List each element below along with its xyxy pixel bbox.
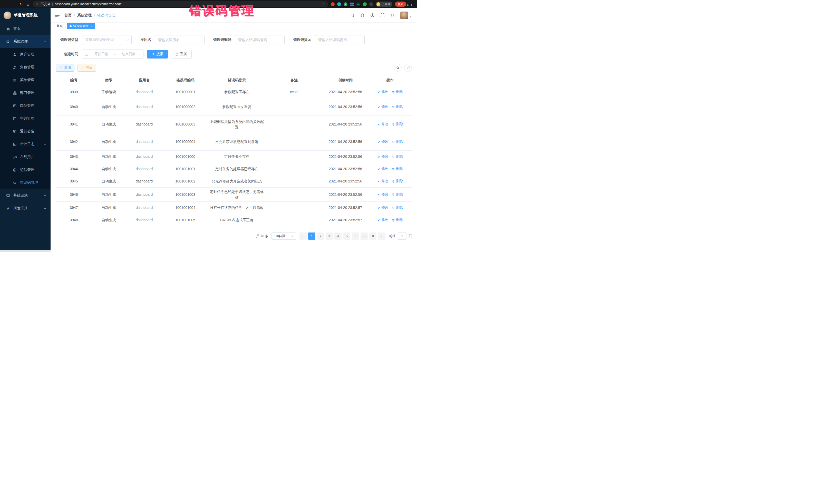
edit-link[interactable]: 修改 <box>377 154 388 159</box>
user-avatar[interactable] <box>400 12 408 19</box>
cell <box>266 168 323 171</box>
edit-link[interactable]: 修改 <box>377 139 388 144</box>
profile-paused-badge[interactable]: 已暂停 <box>376 2 392 7</box>
hamburger-icon[interactable] <box>50 13 64 18</box>
edit-icon <box>377 180 380 183</box>
edit-link[interactable]: 修改 <box>377 122 388 127</box>
search-icon[interactable] <box>350 13 355 18</box>
cell: 2021-04-20 23:52:56 <box>323 120 369 129</box>
extension-icon-grid[interactable] <box>350 2 354 6</box>
reset-button[interactable]: 重置 <box>171 50 192 59</box>
delete-link[interactable]: 删除 <box>392 89 403 94</box>
sidebar-item-4[interactable]: 菜单管理 <box>0 74 50 86</box>
error-code-input[interactable] <box>235 35 285 44</box>
sidebar-item-8[interactable]: 通知公告 <box>0 125 50 138</box>
delete-link[interactable]: 删除 <box>392 122 403 127</box>
fullscreen-icon[interactable] <box>380 13 385 18</box>
next-page-button[interactable]: › <box>378 233 385 240</box>
export-button[interactable]: 导出 <box>78 64 96 72</box>
delete-link[interactable]: 删除 <box>392 205 403 210</box>
edit-link[interactable]: 修改 <box>377 166 388 171</box>
bookmark-star-icon[interactable]: ☆ <box>322 3 325 6</box>
edit-link[interactable]: 修改 <box>377 205 388 210</box>
page-button-5[interactable]: 5 <box>343 233 350 240</box>
browser-update-button[interactable]: 更新 <box>395 2 406 7</box>
sidebar-item-6[interactable]: 岗位管理 <box>0 99 50 112</box>
page-size-select[interactable]: 10条/页 <box>271 233 296 240</box>
sidebar-item-9[interactable]: 审计日志 <box>0 138 50 151</box>
sidebar-item-3[interactable]: 角色管理 <box>0 61 50 74</box>
sidebar-item-2[interactable]: 用户管理 <box>0 48 50 61</box>
extension-icon-green-v[interactable]: V <box>344 2 348 6</box>
error-type-select[interactable]: 请选择错误码类型 <box>82 35 132 44</box>
delete-link[interactable]: 删除 <box>392 166 403 171</box>
extension-icon-red[interactable] <box>331 2 335 6</box>
tag-1[interactable]: 错误码管理× <box>67 23 95 29</box>
font-size-icon[interactable] <box>390 13 395 18</box>
cell: 3947 <box>56 203 92 212</box>
sidebar-item-1[interactable]: ⚙系统管理 <box>0 35 50 48</box>
sidebar-item-13[interactable]: 基础设施 <box>0 189 50 202</box>
delete-link[interactable]: 删除 <box>392 192 403 197</box>
page-button-6[interactable]: 6 <box>352 233 359 240</box>
delete-link[interactable]: 删除 <box>392 217 403 222</box>
edit-link[interactable]: 修改 <box>377 217 388 222</box>
sidebar-item-5[interactable]: 部门管理 <box>0 86 50 99</box>
cell: 自动生成 <box>92 165 126 173</box>
sidebar-item-10[interactable]: 在线用户 <box>0 151 50 163</box>
browser-reload-icon[interactable]: ↻ <box>20 2 23 6</box>
breadcrumb-item[interactable]: 首页 <box>64 13 72 18</box>
toggle-search-button[interactable] <box>394 64 402 72</box>
browser-forward-icon[interactable]: → <box>12 2 15 6</box>
prev-page-button[interactable]: ‹ <box>300 233 307 240</box>
avatar-caret-icon: ▾ <box>410 16 411 18</box>
page-button-2[interactable]: 2 <box>317 233 324 240</box>
app-name-input[interactable] <box>155 35 204 44</box>
delete-link[interactable]: 删除 <box>392 179 403 184</box>
page-ellipsis[interactable]: ••• <box>360 233 368 240</box>
browser-home-icon[interactable]: ⌂ <box>27 2 29 6</box>
goto-page-input[interactable] <box>398 233 407 240</box>
extension-icon-green[interactable] <box>363 2 367 6</box>
add-button[interactable]: 新增 <box>56 64 74 72</box>
table-toolbar: 新增 导出 <box>56 64 412 72</box>
delete-icon <box>392 219 395 222</box>
sidebar-item-11[interactable]: 短信管理 <box>0 163 50 176</box>
extension-icon-on[interactable]: on <box>356 2 360 6</box>
breadcrumb-item[interactable]: 系统管理 <box>77 13 92 18</box>
sidebar-item-12[interactable]: 错误码管理 <box>0 176 50 189</box>
browser-menu-icon[interactable]: ⋮ <box>409 2 414 6</box>
close-icon[interactable]: × <box>91 24 93 28</box>
extension-icon-pin[interactable] <box>369 2 373 6</box>
page-button-4[interactable]: 4 <box>334 233 342 240</box>
delete-label: 删除 <box>396 104 403 109</box>
date-range-picker[interactable]: 开始日期 - 结束日期 <box>82 49 144 59</box>
delete-link[interactable]: 删除 <box>392 139 403 144</box>
help-icon[interactable] <box>370 13 375 18</box>
sidebar-collapse-bar[interactable] <box>0 250 50 252</box>
browser-back-icon[interactable]: ← <box>4 2 7 6</box>
edit-link[interactable]: 修改 <box>377 89 388 94</box>
tag-0[interactable]: 首页 <box>54 23 65 29</box>
edit-link[interactable]: 修改 <box>377 179 388 184</box>
address-bar[interactable]: ⚠ 不安全 dashboard.yudao.iocoder.cn/system/… <box>33 1 328 7</box>
edit-label: 修改 <box>381 192 388 197</box>
edit-icon <box>377 193 380 196</box>
edit-link[interactable]: 修改 <box>377 192 388 197</box>
sidebar-item-0[interactable]: 首页 <box>0 22 50 35</box>
sidebar-item-7[interactable]: 字典管理 <box>0 112 50 125</box>
extension-icon-teal[interactable] <box>337 2 341 6</box>
delete-icon <box>392 155 395 158</box>
page-button-3[interactable]: 3 <box>326 233 333 240</box>
sidebar-item-14[interactable]: 研发工具 <box>0 202 50 215</box>
refresh-table-button[interactable] <box>404 64 412 72</box>
page-button-8[interactable]: 8 <box>369 233 376 240</box>
delete-link[interactable]: 删除 <box>392 104 403 109</box>
page-button-1[interactable]: 1 <box>308 233 315 240</box>
delete-link[interactable]: 删除 <box>392 154 403 159</box>
error-hint-input[interactable] <box>315 35 365 44</box>
github-icon[interactable] <box>360 13 365 18</box>
cell: dashboard <box>126 152 163 161</box>
search-button[interactable]: 搜索 <box>147 50 168 59</box>
edit-link[interactable]: 修改 <box>377 104 388 109</box>
